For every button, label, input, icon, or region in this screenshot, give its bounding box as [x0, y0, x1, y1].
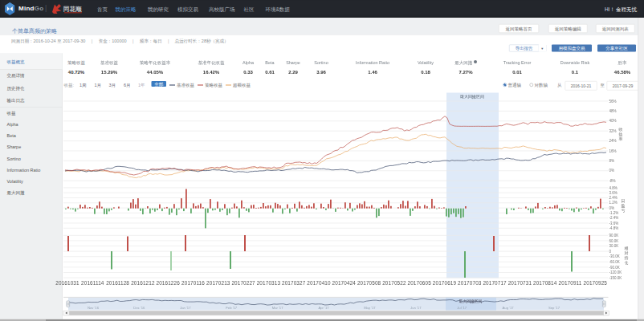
svg-text:Feb '17: Feb '17 — [226, 306, 238, 310]
svg-text:Aug '17: Aug '17 — [503, 306, 515, 310]
svg-text:亏: 亏 — [622, 208, 626, 213]
svg-text:20170508: 20170508 — [357, 280, 381, 286]
svg-text:20170410: 20170410 — [307, 280, 331, 286]
svg-text:20170424: 20170424 — [332, 280, 357, 286]
svg-text:20170227: 20170227 — [231, 280, 255, 286]
svg-text:16%: 16% — [609, 149, 617, 153]
svg-text:20170605: 20170605 — [407, 280, 431, 286]
svg-text:-90.0K: -90.0K — [609, 266, 620, 270]
svg-text:0%: 0% — [609, 169, 615, 173]
svg-text:60.0K: 60.0K — [609, 239, 619, 243]
svg-text:20161031: 20161031 — [55, 280, 79, 286]
svg-text:Apr '17: Apr '17 — [318, 306, 329, 310]
svg-text:0: 0 — [609, 250, 612, 254]
svg-text:-3.6%: -3.6% — [609, 221, 619, 226]
svg-text:Mar '17: Mar '17 — [272, 306, 284, 310]
svg-text:-1.2%: -1.2% — [609, 211, 619, 215]
svg-text:最大回撤区间: 最大回撤区间 — [460, 94, 484, 100]
svg-text:-150.0K: -150.0K — [609, 276, 622, 280]
svg-text:4.8%: 4.8% — [609, 186, 618, 190]
svg-text:Jul '17: Jul '17 — [457, 306, 467, 310]
svg-text:2.4%: 2.4% — [609, 196, 618, 200]
svg-text:-8%: -8% — [609, 179, 616, 183]
svg-text:3.6%: 3.6% — [609, 191, 618, 195]
svg-text:56%: 56% — [609, 100, 617, 104]
svg-text:-60.0K: -60.0K — [609, 260, 620, 264]
svg-text:Nov '16: Nov '16 — [88, 306, 100, 310]
svg-text:20170313: 20170313 — [257, 280, 281, 286]
svg-text:20170213: 20170213 — [206, 280, 230, 286]
svg-text:Dec '16: Dec '16 — [133, 306, 145, 310]
svg-text:0%: 0% — [609, 206, 615, 210]
svg-text:8%: 8% — [609, 159, 615, 163]
svg-text:20161128: 20161128 — [106, 280, 129, 286]
svg-text:20170522: 20170522 — [382, 280, 406, 286]
svg-text:Sep '17: Sep '17 — [548, 306, 560, 310]
svg-text:20170116: 20170116 — [181, 280, 205, 286]
svg-text:90.0K: 90.0K — [609, 234, 619, 238]
svg-text:30.0K: 30.0K — [609, 244, 619, 248]
svg-text:32%: 32% — [609, 129, 617, 133]
svg-text:-2.4%: -2.4% — [609, 216, 619, 220]
svg-text:24%: 24% — [609, 139, 617, 143]
svg-text:Jan '17: Jan '17 — [180, 306, 191, 310]
svg-text:20161114: 20161114 — [81, 280, 104, 286]
svg-text:20170703: 20170703 — [458, 280, 482, 286]
svg-text:20170925: 20170925 — [584, 280, 608, 286]
svg-text:48%: 48% — [609, 109, 617, 113]
svg-text:-120.0K: -120.0K — [609, 270, 622, 274]
svg-text:20170717: 20170717 — [483, 280, 507, 286]
svg-text:1.2%: 1.2% — [609, 201, 618, 205]
svg-text:40%: 40% — [609, 119, 617, 123]
svg-text:20170327: 20170327 — [282, 280, 306, 286]
svg-text:20161226: 20161226 — [156, 280, 180, 286]
svg-text:-30.0K: -30.0K — [609, 254, 620, 258]
svg-text:20170814: 20170814 — [533, 280, 557, 286]
svg-text:20170731: 20170731 — [508, 280, 532, 286]
svg-text:20170911: 20170911 — [559, 280, 582, 286]
svg-text:率: 率 — [619, 136, 623, 141]
svg-text:20161212: 20161212 — [131, 280, 155, 286]
svg-text:Jun '17: Jun '17 — [410, 306, 422, 310]
svg-text:20170619: 20170619 — [433, 280, 457, 286]
svg-text:仓: 仓 — [625, 260, 629, 265]
svg-text:May '17: May '17 — [364, 306, 376, 310]
svg-text:-4.8%: -4.8% — [609, 226, 619, 230]
